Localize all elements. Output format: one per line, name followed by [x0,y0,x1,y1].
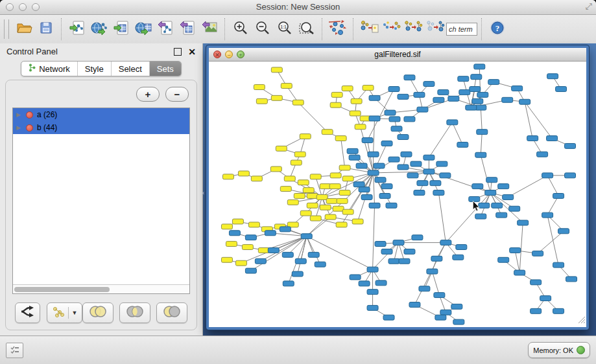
graph-node-blue[interactable] [542,173,553,178]
graph-node-yellow[interactable] [222,174,233,179]
graph-node-yellow[interactable] [351,98,362,104]
graph-node-yellow[interactable] [339,190,350,196]
disclosure-triangle-icon[interactable]: ▶ [16,111,22,118]
graph-node-yellow[interactable] [294,152,305,157]
graph-node-yellow[interactable] [352,219,363,224]
graph-node-yellow[interactable] [355,124,366,130]
graph-node-yellow[interactable] [335,136,346,141]
zoom-in-button[interactable] [230,17,252,41]
graph-node-blue[interactable] [440,240,451,245]
graph-node-blue[interactable] [469,196,480,201]
float-panel-icon[interactable] [174,48,182,56]
graph-node-blue[interactable] [423,155,435,160]
graph-node-yellow[interactable] [254,85,265,90]
graph-node-blue[interactable] [519,99,530,104]
set-row[interactable]: ▶b (44) [13,121,189,134]
graph-node-yellow[interactable] [307,203,318,208]
graph-node-blue[interactable] [477,92,488,97]
graph-node-yellow[interactable] [294,194,305,199]
graph-node-yellow[interactable] [310,174,321,179]
graph-node-blue[interactable] [475,214,486,219]
graph-node-blue[interactable] [542,212,553,218]
graph-node-blue[interactable] [498,257,509,262]
graph-node-blue[interactable] [486,177,497,183]
graph-node-blue[interactable] [423,169,435,174]
graph-node-yellow[interactable] [300,134,311,139]
graph-node-blue[interactable] [350,275,361,280]
graph-node-blue[interactable] [295,258,306,264]
graph-node-yellow[interactable] [251,176,262,181]
help-button[interactable]: ? [486,17,508,41]
graph-node-blue[interactable] [375,280,387,286]
difference-sets-button[interactable] [156,302,187,323]
graph-node-blue[interactable] [375,177,386,183]
graph-node-blue[interactable] [398,94,409,99]
export-table-button[interactable] [176,17,198,41]
graph-node-blue[interactable] [399,258,410,264]
graph-node-yellow[interactable] [320,205,331,210]
scrollbar-thumb[interactable] [14,287,110,292]
diff-networks-subtract-button[interactable] [424,17,446,41]
graph-node-blue[interactable] [565,143,576,148]
zoom-actual-size-button[interactable]: 1:1 [274,17,296,41]
graph-node-blue[interactable] [540,296,551,301]
diff-networks-union-button[interactable] [402,17,424,41]
graph-node-blue[interactable] [510,247,521,253]
search-input[interactable] [446,23,477,36]
graph-node-blue[interactable] [367,290,378,295]
graph-node-blue[interactable] [479,203,490,208]
minimize-window-icon[interactable] [19,3,27,11]
graph-node-blue[interactable] [282,252,293,257]
graph-node-blue[interactable] [229,231,240,236]
graph-node-blue[interactable] [407,173,418,178]
zoom-out-button[interactable] [252,17,274,41]
save-session-button[interactable] [35,17,57,41]
graph-node-yellow[interactable] [281,84,292,89]
graph-node-blue[interactable] [374,163,385,168]
graph-node-blue[interactable] [496,212,507,218]
export-network-button[interactable] [154,17,176,41]
remove-set-button[interactable]: − [165,87,189,102]
graph-node-blue[interactable] [349,155,360,160]
graph-node-yellow[interactable] [342,209,353,214]
graph-node-blue[interactable] [359,187,370,192]
tab-select[interactable]: Select [112,62,150,76]
graph-node-blue[interactable] [404,117,415,122]
graph-node-yellow[interactable] [298,180,309,185]
graph-node-yellow[interactable] [248,222,259,227]
graph-node-blue[interactable] [558,229,569,234]
graph-node-blue[interactable] [301,234,312,239]
graph-node-blue[interactable] [353,182,364,187]
graph-node-blue[interactable] [475,105,486,110]
graph-node-blue[interactable] [527,136,538,141]
graph-node-blue[interactable] [379,194,390,199]
graph-node-blue[interactable] [485,190,496,196]
graph-node-blue[interactable] [458,76,469,82]
graph-node-blue[interactable] [553,308,564,313]
graph-node-blue[interactable] [359,281,370,286]
graph-node-blue[interactable] [488,80,499,85]
graph-node-yellow[interactable] [284,176,295,181]
graph-node-blue[interactable] [385,110,396,115]
graph-node-blue[interactable] [401,152,412,157]
title-bar[interactable]: Session: New Session ⤢ [0,0,596,15]
import-table-web-button[interactable] [132,17,154,41]
graph-node-blue[interactable] [414,92,425,97]
graph-node-blue[interactable] [556,87,567,92]
frame-close-icon[interactable]: ✕ [213,51,221,58]
graph-node-yellow[interactable] [232,219,243,224]
diff-networks-file-button[interactable] [358,17,380,41]
graph-node-blue[interactable] [477,130,488,135]
graph-node-blue[interactable] [471,74,482,80]
graph-node-blue[interactable] [438,89,449,95]
graph-node-blue[interactable] [265,231,276,236]
graph-node-blue[interactable] [412,235,423,240]
graph-node-blue[interactable] [427,269,438,274]
graph-node-blue[interactable] [347,148,358,154]
graph-node-blue[interactable] [518,220,529,225]
graph-node-yellow[interactable] [238,171,249,176]
graph-node-blue[interactable] [423,82,435,87]
graph-node-blue[interactable] [369,203,380,208]
graph-node-blue[interactable] [470,87,481,92]
graph-node-blue[interactable] [362,138,373,143]
